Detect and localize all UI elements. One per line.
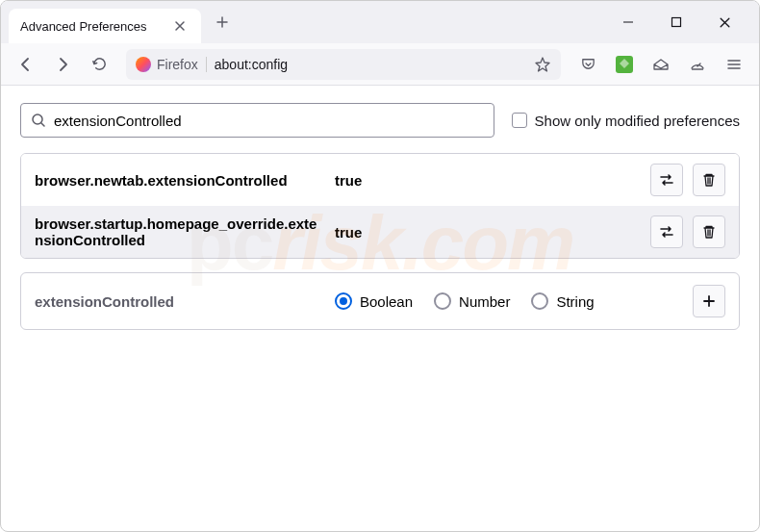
window-titlebar: Advanced Preferences (1, 1, 759, 43)
dashboard-button[interactable] (682, 49, 713, 80)
pocket-button[interactable] (572, 49, 603, 80)
content-area: Show only modified preferences browser.n… (1, 86, 759, 347)
modified-only-label: Show only modified preferences (535, 113, 740, 129)
radio-icon (531, 292, 548, 310)
search-box[interactable] (20, 103, 494, 138)
close-window-button[interactable] (709, 7, 740, 38)
browser-toolbar: Firefox about:config (1, 43, 759, 86)
preference-actions (650, 164, 725, 196)
browser-tab[interactable]: Advanced Preferences (9, 9, 201, 43)
modified-only-checkbox[interactable]: Show only modified preferences (512, 113, 740, 129)
reload-button[interactable] (84, 49, 114, 80)
preference-name: browser.startup.homepage_override.extens… (35, 215, 323, 248)
radio-icon (335, 292, 352, 310)
url-brand-label: Firefox (157, 57, 198, 72)
mail-button[interactable] (646, 49, 676, 80)
new-tab-button[interactable] (207, 7, 238, 38)
delete-button[interactable] (693, 215, 725, 248)
maximize-button[interactable] (661, 7, 692, 38)
extension-button[interactable] (609, 49, 640, 80)
delete-button[interactable] (693, 164, 725, 196)
firefox-logo-icon (136, 57, 151, 72)
radio-label: Number (459, 293, 510, 310)
search-row: Show only modified preferences (20, 103, 740, 138)
preference-row[interactable]: browser.startup.homepage_override.extens… (21, 206, 739, 258)
new-preference-row: extensionControlled Boolean Number Strin… (20, 272, 740, 330)
extension-icon (616, 56, 633, 73)
tab-title: Advanced Preferences (20, 19, 163, 34)
radio-icon (434, 292, 451, 310)
search-input[interactable] (54, 113, 484, 129)
preference-value: true (335, 224, 639, 241)
preference-row[interactable]: browser.newtab.extensionControlled true (21, 154, 739, 206)
site-identity[interactable]: Firefox (136, 57, 207, 72)
toggle-button[interactable] (650, 164, 683, 196)
app-menu-button[interactable] (719, 49, 749, 80)
type-string-radio[interactable]: String (531, 292, 594, 310)
window-controls (613, 7, 751, 38)
checkbox-icon (512, 113, 527, 128)
forward-button[interactable] (47, 49, 78, 80)
radio-label: Boolean (360, 293, 413, 310)
svg-rect-0 (672, 18, 681, 27)
url-bar[interactable]: Firefox about:config (126, 49, 561, 80)
preference-table: browser.newtab.extensionControlled true … (20, 153, 740, 259)
url-text: about:config (215, 57, 526, 72)
preference-actions (650, 215, 725, 248)
radio-label: String (556, 293, 594, 310)
type-number-radio[interactable]: Number (434, 292, 510, 310)
back-button[interactable] (11, 49, 41, 80)
close-tab-button[interactable] (170, 16, 190, 36)
preference-value: true (335, 172, 639, 189)
new-preference-name: extensionControlled (35, 293, 323, 310)
bookmark-star-button[interactable] (534, 56, 551, 73)
minimize-button[interactable] (613, 7, 644, 38)
add-button[interactable] (693, 285, 725, 317)
type-boolean-radio[interactable]: Boolean (335, 292, 413, 310)
preference-name: browser.newtab.extensionControlled (35, 172, 323, 189)
search-icon (31, 113, 46, 128)
toggle-button[interactable] (650, 215, 683, 248)
type-radio-group: Boolean Number String (335, 292, 681, 310)
